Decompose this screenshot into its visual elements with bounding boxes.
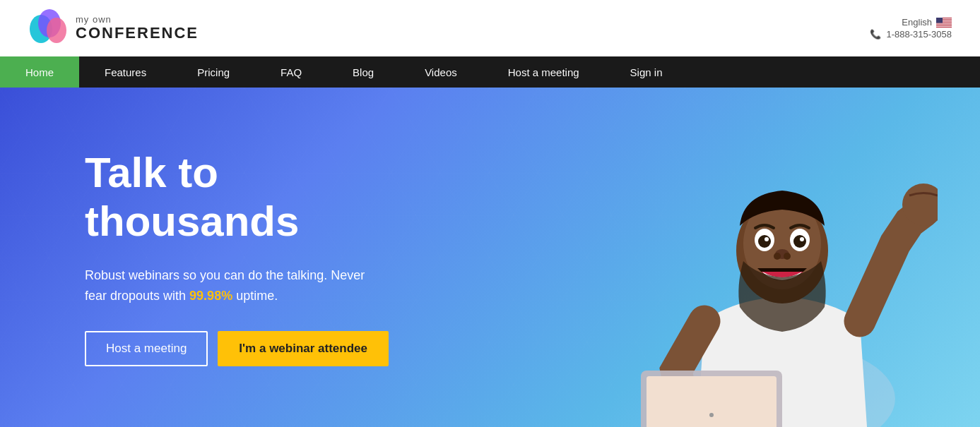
nav-pricing[interactable]: Pricing bbox=[172, 56, 255, 88]
svg-point-19 bbox=[764, 237, 769, 241]
hero-title: Talk to thousands bbox=[85, 148, 410, 246]
svg-rect-10 bbox=[936, 18, 943, 23]
svg-point-2 bbox=[47, 18, 66, 43]
header: my own CONFERENCE English 📞 1-888-315-30… bbox=[0, 0, 980, 56]
host-meeting-button[interactable]: Host a meeting bbox=[85, 331, 208, 366]
svg-rect-8 bbox=[936, 24, 952, 25]
nav-faq[interactable]: FAQ bbox=[255, 56, 327, 88]
svg-point-20 bbox=[800, 237, 804, 241]
logo[interactable]: my own CONFERENCE bbox=[28, 9, 199, 48]
svg-point-22 bbox=[774, 253, 781, 260]
logo-icon bbox=[28, 9, 67, 48]
main-nav: Home Features Pricing FAQ Blog Videos Ho… bbox=[0, 56, 980, 88]
svg-rect-7 bbox=[936, 23, 952, 23]
language-selector[interactable]: English bbox=[870, 17, 952, 28]
nav-videos[interactable]: Videos bbox=[399, 56, 483, 88]
hero-uptime: 99.98% bbox=[189, 289, 232, 303]
phone-icon: 📞 bbox=[870, 29, 881, 40]
logo-conference: CONFERENCE bbox=[76, 25, 199, 42]
nav-host-meeting[interactable]: Host a meeting bbox=[483, 56, 605, 88]
logo-text: my own CONFERENCE bbox=[76, 15, 199, 42]
hero-content: Talk to thousands Robust webinars so you… bbox=[0, 148, 410, 367]
hero-subtitle-text2: uptime. bbox=[236, 289, 278, 303]
phone-number[interactable]: 📞 1-888-315-3058 bbox=[870, 29, 952, 40]
nav-home[interactable]: Home bbox=[0, 56, 79, 88]
svg-point-18 bbox=[793, 235, 806, 248]
attendee-button[interactable]: I'm a webinar attendee bbox=[218, 331, 389, 366]
top-right-info: English 📞 1-888-315-3058 bbox=[870, 17, 952, 40]
nav-sign-in[interactable]: Sign in bbox=[605, 56, 688, 88]
language-label: English bbox=[902, 17, 932, 28]
nav-blog[interactable]: Blog bbox=[327, 56, 399, 88]
svg-point-28 bbox=[709, 413, 714, 417]
us-flag-icon bbox=[936, 18, 952, 28]
hero-image bbox=[485, 88, 980, 427]
nav-features[interactable]: Features bbox=[79, 56, 172, 88]
person-illustration bbox=[627, 102, 938, 427]
hero-buttons: Host a meeting I'm a webinar attendee bbox=[85, 331, 410, 366]
svg-point-23 bbox=[784, 253, 791, 260]
logo-my-own: my own bbox=[76, 15, 199, 25]
svg-point-17 bbox=[758, 235, 771, 248]
hero-section: Talk to thousands Robust webinars so you… bbox=[0, 88, 980, 427]
hero-subtitle: Robust webinars so you can do the talkin… bbox=[85, 265, 367, 306]
svg-rect-9 bbox=[936, 25, 952, 26]
svg-rect-27 bbox=[647, 376, 777, 427]
